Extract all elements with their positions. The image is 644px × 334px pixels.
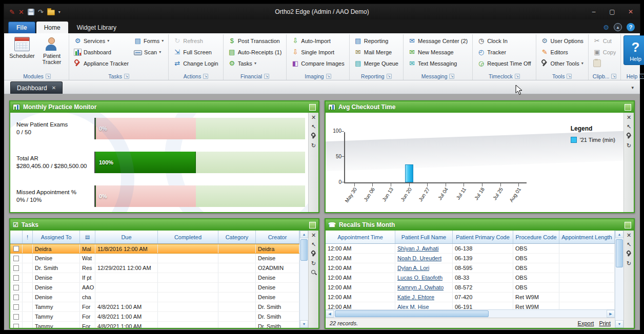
table-row[interactable]: 12:00 AMShiyan J. Awhati06-138OBS — [326, 244, 615, 254]
table-row[interactable]: DeidraMal11/8/2016 12:00 AMDeidra — [10, 244, 299, 254]
table-row[interactable]: 12:00 AMKamryn J. Owhato08-572OBS — [326, 283, 615, 293]
message-center-button[interactable]: ✉Message Center (2) — [406, 35, 470, 46]
wrench-icon[interactable] — [311, 133, 317, 139]
patient-link[interactable]: Dylan A. Lori — [397, 265, 429, 271]
tracker-button[interactable]: ◴Tracker — [475, 47, 533, 57]
request-time-off-button[interactable]: ◶Request Time Off — [475, 58, 533, 69]
patient-link[interactable]: Kamryn J. Owhato — [397, 284, 444, 290]
tab-file[interactable]: File — [8, 22, 35, 33]
column-header-select[interactable] — [10, 231, 23, 243]
patient-tracker-button[interactable]: Patient Tracker — [37, 35, 66, 65]
dialog-launcher-icon[interactable]: ↘ — [203, 74, 208, 79]
column-header-creator[interactable]: Creator — [256, 231, 299, 243]
widget-maximize-button[interactable] — [309, 222, 316, 228]
table-row[interactable]: Dr. SmithRes12/29/2021 12:00 AMO2ADMIN — [10, 263, 299, 273]
checkbox[interactable] — [13, 314, 19, 320]
scheduler-button[interactable]: Scheduler — [8, 35, 36, 59]
clock-in-button[interactable]: ◷Clock In — [475, 35, 533, 46]
wrench-icon[interactable] — [626, 251, 632, 257]
merge-queue-button[interactable]: ▤Merge Queue — [352, 58, 400, 69]
user-options-button[interactable]: ⚙User Options — [539, 35, 586, 46]
table-row[interactable]: DeniseAAODenise — [10, 283, 299, 293]
popout-icon[interactable]: ↖ — [311, 123, 316, 130]
table-row[interactable]: DenisechaDenise — [10, 293, 299, 302]
table-row[interactable]: 12:00 AMAlex M. Hise06-191Ret W9M — [326, 302, 615, 309]
widget-titlebar[interactable]: ☎ Recalls This Month — [326, 219, 634, 231]
close-widget-icon[interactable]: ✕ — [311, 232, 316, 238]
refresh-icon[interactable]: ↻ — [627, 260, 631, 266]
popout-icon[interactable]: ↖ — [311, 241, 316, 247]
scrollbar-right-icon[interactable]: ▶ — [607, 310, 615, 318]
table-row[interactable]: 12:00 AMDylan A. Lori08-595OBS — [326, 263, 615, 273]
settings-gear-icon[interactable]: ⚙ — [603, 24, 609, 31]
tasks-vertical-scrollbar[interactable]: ▲ ▼ — [299, 231, 308, 328]
save-icon[interactable] — [28, 9, 34, 15]
widget-titlebar[interactable]: Monthly Practice Monitor — [10, 101, 318, 113]
close-tab-icon[interactable]: ✕ — [52, 85, 56, 91]
full-screen-button[interactable]: ⇲Full Screen — [171, 47, 220, 57]
scrollbar-down-icon[interactable]: ▼ — [615, 320, 623, 328]
tab-home[interactable]: Home — [36, 22, 68, 33]
redo-icon[interactable]: ↷ — [38, 9, 44, 15]
compare-images-button[interactable]: ◧Compare Images — [289, 58, 346, 69]
table-row[interactable]: 12:00 AMKatie J. Ehtore07-420Ret W9M — [326, 293, 615, 302]
table-row[interactable]: TammyFor4/8/2021 1:00 AMDr. Smith — [10, 322, 299, 328]
editors-button[interactable]: ✎Editors — [539, 47, 586, 57]
scan-button[interactable]: Scan▾ — [132, 47, 166, 57]
close-button[interactable]: ✕ — [621, 4, 640, 19]
column-header-priority[interactable]: ! — [23, 231, 33, 243]
dialog-launcher-icon[interactable]: ↘ — [449, 74, 454, 79]
scrollbar-thumb[interactable] — [335, 310, 489, 317]
table-row[interactable]: 12:00 AMLucas O. Etaofoth08-33OBS — [326, 273, 615, 283]
dialog-launcher-icon[interactable]: ↘ — [611, 74, 616, 79]
patient-link[interactable]: Alex M. Hise — [397, 304, 429, 309]
table-row[interactable]: TammyFor4/8/2021 1:00 AMDr. Smith — [10, 302, 299, 312]
print-link[interactable]: Print — [599, 320, 611, 326]
scrollbar-thumb[interactable] — [300, 239, 308, 261]
recalls-horizontal-scrollbar[interactable]: ◀ ▶ — [326, 309, 615, 318]
mail-merge-button[interactable]: ✉Mail Merge — [352, 47, 400, 57]
refresh-icon[interactable]: ↻ — [311, 142, 316, 149]
recalls-vertical-scrollbar[interactable]: ▲ ▼ — [615, 231, 623, 328]
patient-link[interactable]: Noah D. Ureudert — [397, 255, 441, 261]
tab-widget-library[interactable]: Widget Library — [69, 22, 124, 33]
export-link[interactable]: Export — [578, 320, 594, 326]
checkbox[interactable] — [13, 275, 19, 281]
checkbox[interactable] — [13, 285, 19, 290]
checkbox[interactable] — [13, 295, 19, 300]
widget-maximize-button[interactable] — [625, 222, 631, 228]
table-row[interactable]: DeniseIf ptDenise — [10, 273, 299, 283]
dialog-launcher-icon[interactable]: ↘ — [264, 74, 269, 79]
column-header-appointment-length[interactable]: Appointment Length — [559, 231, 615, 243]
column-header-assigned-to[interactable]: Assigned To — [33, 231, 80, 243]
post-transaction-button[interactable]: $Post Transaction — [226, 35, 284, 46]
column-header-patient-full-name[interactable]: Patient Full Name — [395, 231, 453, 243]
table-row[interactable]: TammyFor4/8/2021 1:00 AMDr. Smith — [10, 312, 299, 322]
tab-dashboard[interactable]: Dashboard ✕ — [10, 81, 63, 94]
popout-icon[interactable]: ↖ — [627, 241, 631, 247]
help-icon[interactable]: ? — [627, 23, 635, 31]
minimize-button[interactable]: – — [585, 4, 603, 19]
financial-tasks-button[interactable]: ⚙Tasks▾ — [226, 58, 284, 69]
wrench-icon[interactable] — [311, 251, 317, 257]
table-row[interactable]: 12:00 AMNoah D. Ureudert06-139OBS — [326, 254, 615, 263]
forms-button[interactable]: ▤Forms▾ — [132, 35, 166, 46]
widget-maximize-button[interactable] — [625, 104, 631, 111]
edit-icon[interactable]: ✎ — [9, 9, 15, 15]
dialog-launcher-icon[interactable]: ↘ — [124, 74, 129, 79]
auto-receipts-button[interactable]: ▤Auto-Receipts (1) — [226, 47, 284, 57]
scrollbar-down-icon[interactable]: ▼ — [300, 320, 308, 328]
qat-menu-icon[interactable]: ▾ — [58, 9, 61, 15]
scrollbar-up-icon[interactable]: ▲ — [615, 231, 623, 238]
scrollbar-up-icon[interactable]: ▲ — [300, 231, 308, 238]
column-header-appointment-time[interactable]: Appointment Time — [326, 231, 395, 243]
close-widget-icon[interactable]: ✕ — [627, 114, 631, 120]
widget-maximize-button[interactable] — [309, 104, 316, 111]
dialog-launcher-icon[interactable]: ↘ — [639, 74, 644, 79]
dialog-launcher-icon[interactable]: ↘ — [46, 74, 51, 79]
column-header-due[interactable]: Due — [95, 231, 158, 243]
refresh-icon[interactable]: ↻ — [311, 260, 316, 266]
checkbox[interactable] — [13, 304, 19, 310]
change-login-button[interactable]: ⇄Change Login — [171, 58, 220, 69]
dialog-launcher-icon[interactable]: ↘ — [387, 74, 392, 79]
